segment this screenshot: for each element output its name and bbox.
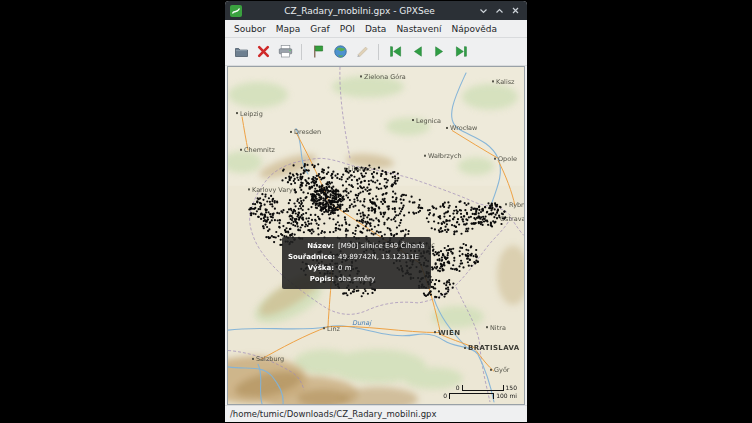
- close-red-x-icon: [256, 44, 271, 59]
- previous-file-button[interactable]: [407, 42, 427, 62]
- scale-km-bar: [462, 385, 504, 391]
- next-file-button[interactable]: [429, 42, 449, 62]
- svg-text:Linz: Linz: [327, 325, 341, 333]
- maximize-button[interactable]: [493, 4, 506, 17]
- svg-text:Karlovy Vary: Karlovy Vary: [252, 186, 293, 194]
- scale-km-value: 150: [506, 384, 517, 391]
- svg-text:Dunaj: Dunaj: [352, 319, 372, 327]
- close-file-button[interactable]: [253, 42, 273, 62]
- tooltip-value: 49.89742N, 13.12311E: [338, 252, 419, 263]
- map-toggle-button[interactable]: [330, 42, 350, 62]
- tooltip-value: [M90] silnice E49 Čihaná: [338, 241, 425, 252]
- toolbar-separator: [301, 44, 302, 60]
- menu-graf[interactable]: Graf: [305, 23, 334, 35]
- svg-text:Wałbrzych: Wałbrzych: [428, 152, 462, 160]
- map-canvas[interactable]: Zielona GóraKaliszLeipzigDresdenLegnicaW…: [228, 67, 524, 404]
- tooltip-row: Souřadnice: 49.89742N, 13.12311E: [288, 252, 425, 263]
- tooltip-label: Souřadnice:: [288, 252, 334, 263]
- svg-text:Wrocław: Wrocław: [450, 124, 478, 132]
- gpxsee-window: CZ_Radary_mobilni.gpx - GPXSee Soubor Ma…: [225, 1, 527, 422]
- svg-text:Opole: Opole: [498, 155, 517, 163]
- desktop-background: CZ_Radary_mobilni.gpx - GPXSee Soubor Ma…: [0, 0, 752, 423]
- poi-flag-icon: [311, 44, 326, 59]
- tooltip-value: oba směry: [338, 274, 375, 285]
- go-last-icon: [454, 44, 469, 59]
- titlebar[interactable]: CZ_Radary_mobilni.gpx - GPXSee: [225, 1, 527, 20]
- svg-text:Leipzig: Leipzig: [240, 110, 263, 118]
- menu-poi[interactable]: POI: [335, 23, 360, 35]
- go-previous-icon: [410, 44, 425, 59]
- statusbar: /home/tumic/Downloads/CZ_Radary_mobilni.…: [225, 405, 527, 422]
- last-file-button[interactable]: [451, 42, 471, 62]
- menu-napoveda[interactable]: Nápověda: [446, 23, 502, 35]
- poi-toggle-button[interactable]: [308, 42, 328, 62]
- tooltip-row: Výška: 0 m: [288, 263, 425, 274]
- map-view[interactable]: Zielona GóraKaliszLeipzigDresdenLegnicaW…: [227, 66, 525, 405]
- toolbar-separator: [378, 44, 379, 60]
- svg-text:Zielona Góra: Zielona Góra: [364, 73, 406, 81]
- svg-text:Salzburg: Salzburg: [256, 355, 284, 363]
- svg-text:Nitra: Nitra: [490, 324, 506, 332]
- folder-open-icon: [234, 44, 249, 59]
- globe-icon: [333, 44, 348, 59]
- tooltip-value: 0 m: [338, 263, 352, 274]
- tooltip-row: Název: [M90] silnice E49 Čihaná: [288, 241, 425, 252]
- graph-draw-button[interactable]: [352, 42, 372, 62]
- window-title: CZ_Radary_mobilni.gpx - GPXSee: [246, 6, 473, 16]
- app-icon: [230, 5, 242, 17]
- menu-data[interactable]: Data: [360, 23, 392, 35]
- close-window-button[interactable]: [509, 4, 522, 17]
- go-next-icon: [432, 44, 447, 59]
- pencil-icon: [355, 44, 370, 59]
- svg-text:BRATISLAVA: BRATISLAVA: [468, 345, 520, 353]
- scale-mi-value: 100 mi: [496, 392, 517, 399]
- svg-text:Dresden: Dresden: [294, 128, 321, 136]
- svg-text:Győr: Győr: [494, 366, 510, 374]
- print-button[interactable]: [275, 42, 295, 62]
- svg-text:Legnica: Legnica: [416, 117, 441, 125]
- open-file-path: /home/tumic/Downloads/CZ_Radary_mobilni.…: [230, 409, 436, 419]
- svg-text:Chemnitz: Chemnitz: [244, 146, 275, 154]
- tooltip-row: Popis: oba směry: [288, 274, 425, 285]
- tooltip-label: Popis:: [288, 274, 334, 285]
- first-file-button[interactable]: [385, 42, 405, 62]
- go-first-icon: [388, 44, 403, 59]
- map-scale: 0 150 0 100 mi: [443, 384, 517, 399]
- scale-mi-zero: 0: [443, 392, 447, 399]
- minimize-button[interactable]: [477, 4, 490, 17]
- poi-tooltip: Název: [M90] silnice E49 Čihaná Souřadni…: [282, 237, 431, 289]
- open-file-button[interactable]: [231, 42, 251, 62]
- tooltip-label: Název:: [288, 241, 334, 252]
- menu-nastaveni[interactable]: Nastavení: [391, 23, 446, 35]
- menu-mapa[interactable]: Mapa: [271, 23, 306, 35]
- scale-mi-bar: [449, 393, 494, 399]
- menubar: Soubor Mapa Graf POI Data Nastavení Nápo…: [225, 20, 527, 38]
- scale-km-zero: 0: [456, 384, 460, 391]
- toolbar: [225, 38, 527, 66]
- menu-soubor[interactable]: Soubor: [229, 23, 271, 35]
- svg-text:Rybnik: Rybnik: [509, 201, 524, 209]
- svg-text:WIEN: WIEN: [438, 329, 461, 337]
- tooltip-label: Výška:: [288, 263, 334, 274]
- printer-icon: [278, 44, 293, 59]
- svg-text:Kalisz: Kalisz: [496, 78, 515, 86]
